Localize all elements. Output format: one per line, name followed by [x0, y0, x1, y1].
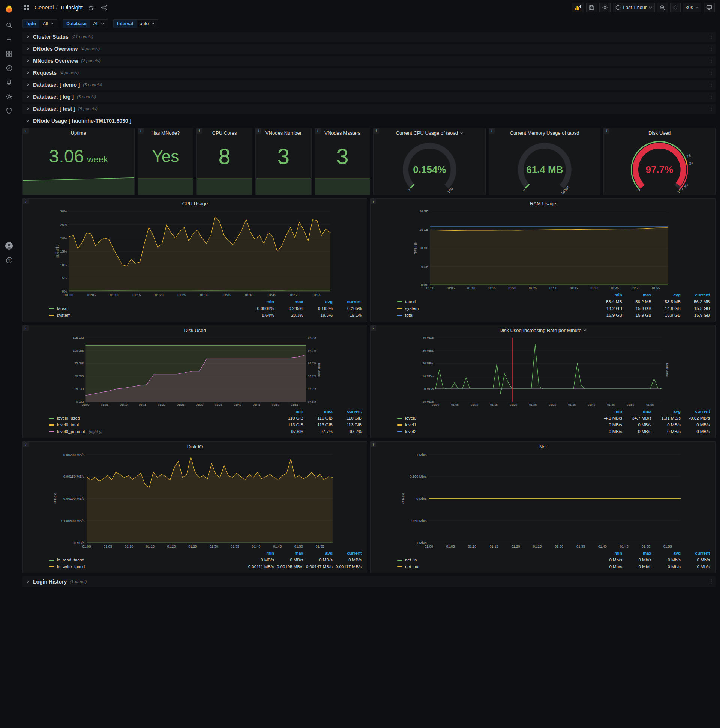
refresh-button[interactable]: [670, 3, 680, 12]
panel-info-icon[interactable]: i: [23, 128, 29, 134]
panel-info-icon[interactable]: i: [374, 128, 380, 134]
legend-series-level0_total[interactable]: level0_total: [49, 422, 274, 427]
panel-title[interactable]: CPU Usage: [23, 199, 367, 208]
dashboards-icon[interactable]: [0, 46, 18, 61]
legend-col-min[interactable]: min: [245, 300, 274, 304]
cycle-view-mode-button[interactable]: [703, 3, 715, 12]
legend-col-current[interactable]: current: [333, 409, 362, 413]
star-icon[interactable]: [87, 3, 96, 12]
panel-title[interactable]: Current CPU Usage of taosd: [374, 128, 485, 138]
legend-col-current[interactable]: current: [333, 300, 362, 304]
row-drag-handle[interactable]: [709, 70, 712, 76]
panel-info-icon[interactable]: i: [138, 128, 143, 134]
panel-title[interactable]: Disk Used Increasing Rate per Minute: [371, 325, 715, 335]
row-title[interactable]: DNode Usage [ huolinhe-TM1701:6030 ]: [33, 118, 131, 124]
legend-col-min[interactable]: min: [274, 409, 304, 413]
legend-col-current[interactable]: current: [333, 551, 362, 555]
legend-col-min[interactable]: min: [593, 293, 622, 297]
panel-info-icon[interactable]: i: [23, 199, 29, 204]
panel-info-icon[interactable]: i: [197, 128, 203, 134]
variable-value-dropdown[interactable]: auto: [136, 20, 158, 28]
legend-series-level1[interactable]: level1: [397, 422, 593, 427]
legend-series-total[interactable]: total: [397, 313, 593, 318]
panel-title[interactable]: Disk Used: [604, 128, 715, 138]
panel-title[interactable]: VNodes Number: [256, 128, 311, 138]
add-panel-button[interactable]: [572, 3, 584, 12]
legend-col-current[interactable]: current: [680, 293, 710, 297]
panel-title[interactable]: CPU Cores: [197, 128, 252, 138]
panel-menu-caret-icon[interactable]: [583, 329, 586, 331]
row-title[interactable]: Login History: [33, 579, 67, 585]
row-drag-handle[interactable]: [709, 58, 712, 64]
row-collapsed[interactable]: DNodes Overview(4 panels): [23, 44, 715, 54]
legend-series-io_read_taosd[interactable]: io_read_taosd: [49, 558, 245, 562]
row-collapsed[interactable]: Database: [ demo ](5 panels): [23, 80, 715, 90]
dashboard-grid-icon[interactable]: [22, 3, 31, 12]
panel-title[interactable]: Disk IO: [23, 442, 367, 451]
variable-value-dropdown[interactable]: All: [40, 20, 57, 28]
breadcrumb-folder[interactable]: General: [35, 5, 54, 11]
share-icon[interactable]: [99, 3, 108, 12]
help-icon[interactable]: ?: [0, 253, 18, 267]
timeseries-chart[interactable]: 0 MB5 GB10 GB15 GB20 GB01:0001:0501:1001…: [371, 208, 715, 291]
panel-info-icon[interactable]: i: [371, 442, 377, 447]
legend-col-max[interactable]: max: [622, 409, 651, 413]
grafana-logo[interactable]: [0, 0, 18, 18]
panel-title[interactable]: VNodes Masters: [315, 128, 370, 138]
variable-database[interactable]: Database All: [63, 19, 108, 28]
panel-info-icon[interactable]: i: [23, 325, 29, 331]
row-login-history[interactable]: Login History (1 panel): [23, 577, 715, 587]
legend-col-avg[interactable]: avg: [651, 293, 680, 297]
refresh-interval-picker[interactable]: 30s: [683, 3, 701, 12]
legend-col-min[interactable]: min: [245, 551, 274, 555]
row-collapsed[interactable]: Database: [ test ](5 panels): [23, 104, 715, 114]
timeseries-chart[interactable]: 0 GiB97.6%25 GiB97.7%50 GiB97.7%75 GiB97…: [23, 335, 367, 407]
panel-info-icon[interactable]: i: [489, 128, 495, 134]
panel-info-icon[interactable]: i: [371, 325, 377, 331]
legend-col-avg[interactable]: avg: [304, 551, 333, 555]
legend-col-max[interactable]: max: [274, 551, 304, 555]
row-drag-handle[interactable]: [709, 579, 712, 586]
server-admin-shield-icon[interactable]: [0, 104, 18, 118]
legend-col-max[interactable]: max: [274, 300, 304, 304]
breadcrumb-title[interactable]: TDinsight: [60, 5, 83, 11]
variable-fqdn[interactable]: fqdn All: [23, 19, 57, 28]
legend-col-avg[interactable]: avg: [651, 551, 680, 555]
legend-col-max[interactable]: max: [304, 409, 333, 413]
panel-title[interactable]: Disk Used: [23, 325, 367, 335]
legend-series-level0_percent[interactable]: level0_percent(right-y): [49, 429, 274, 434]
row-title[interactable]: Requests: [33, 70, 56, 76]
panel-title[interactable]: Current Memory Usage of taosd: [489, 128, 600, 138]
row-dnode-usage[interactable]: DNode Usage [ huolinhe-TM1701:6030 ]: [23, 116, 715, 126]
save-dashboard-button[interactable]: [586, 3, 597, 12]
row-drag-handle[interactable]: [709, 34, 712, 41]
legend-series-taosd[interactable]: taosd: [49, 306, 245, 311]
row-title[interactable]: DNodes Overview: [33, 46, 78, 52]
create-plus-icon[interactable]: [0, 32, 18, 46]
legend-series-taosd[interactable]: taosd: [397, 300, 593, 304]
dashboard-settings-button[interactable]: [599, 3, 610, 12]
breadcrumb[interactable]: General / TDinsight: [35, 5, 83, 11]
row-collapsed[interactable]: Requests(4 panels): [23, 67, 715, 78]
legend-col-min[interactable]: min: [593, 551, 622, 555]
panel-info-icon[interactable]: i: [315, 128, 320, 134]
panel-title[interactable]: Uptime: [23, 128, 134, 138]
legend-series-level2[interactable]: level2: [397, 429, 593, 434]
variable-value-dropdown[interactable]: All: [90, 20, 108, 28]
explore-compass-icon[interactable]: [0, 61, 18, 75]
row-title[interactable]: Database: [ demo ]: [33, 82, 80, 88]
legend-series-system[interactable]: system: [49, 313, 245, 318]
timeseries-chart[interactable]: -10 MB/s0 MB/s10 MB/s20 MB/s30 MB/s40 MB…: [371, 335, 715, 407]
legend-series-level0[interactable]: level0: [397, 416, 593, 420]
search-icon[interactable]: [0, 18, 18, 32]
legend-series-io_write_taosd[interactable]: io_write_taosd: [49, 564, 245, 569]
timeseries-chart[interactable]: -1 Mb/s-0.50 Mb/s0 Mb/s0.500 Mb/s1 Mb/s0…: [371, 451, 715, 549]
legend-series-system[interactable]: system: [397, 306, 593, 311]
row-drag-handle[interactable]: [709, 46, 712, 52]
row-title[interactable]: Cluster Status: [33, 34, 69, 40]
panel-menu-caret-icon[interactable]: [460, 132, 463, 134]
legend-series-net_in[interactable]: net_in: [397, 558, 593, 562]
row-drag-handle[interactable]: [709, 106, 712, 113]
legend-series-level0_used[interactable]: level0_used: [49, 416, 274, 420]
panel-info-icon[interactable]: i: [256, 128, 261, 134]
